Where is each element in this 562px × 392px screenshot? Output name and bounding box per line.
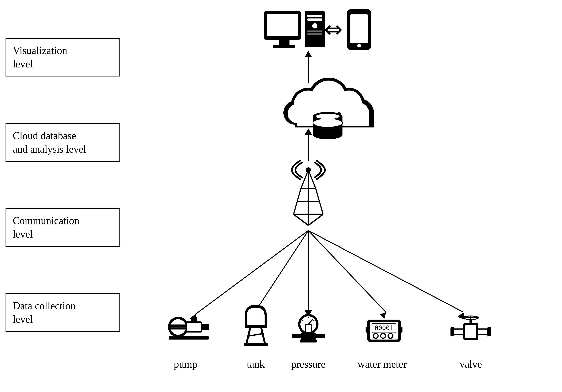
svg-line-19 <box>316 189 319 201</box>
tank-label: tank <box>247 358 265 370</box>
db-mid-ellipse <box>313 119 342 127</box>
pressure-valve-body <box>301 333 316 340</box>
water-meter-icon: 00001 <box>365 320 402 342</box>
svg-rect-32 <box>202 324 209 330</box>
monitor-screen <box>267 14 298 36</box>
monitor-stand-base <box>273 45 295 48</box>
svg-line-23 <box>308 214 323 225</box>
tower-circle <box>312 23 317 28</box>
valve-flange-left <box>450 327 454 336</box>
db-top-inner <box>316 114 340 119</box>
data-collection-level-box: Data collectionlevel <box>6 293 120 332</box>
tank-brace <box>247 333 264 336</box>
tank-cylinder-inner <box>247 315 265 325</box>
arrow-tank <box>255 231 308 312</box>
tank-icon <box>244 305 268 346</box>
tower-slot2 <box>307 18 322 21</box>
pressure-base <box>300 340 317 343</box>
pump-icon <box>168 317 209 340</box>
meter-dial3-inner <box>389 334 392 338</box>
meter-display-text: 00001 <box>375 324 393 332</box>
arrow-valve <box>308 231 463 312</box>
svg-line-16 <box>301 170 308 189</box>
svg-line-20 <box>293 201 297 214</box>
arrowhead-water-meter <box>379 310 388 319</box>
water-meter-label: water meter <box>358 358 407 370</box>
tower-slot4 <box>307 34 322 35</box>
pressure-pipe-right <box>315 334 325 338</box>
monitor-stand-neck <box>279 40 290 45</box>
svg-line-21 <box>319 201 323 214</box>
meter-pipe-right <box>400 327 402 333</box>
svg-rect-33 <box>169 336 209 340</box>
phone-button <box>357 44 361 48</box>
pressure-pipe-left <box>292 334 301 338</box>
svg-line-18 <box>297 189 301 201</box>
communication-level-box: Communicationlevel <box>6 208 120 247</box>
tank-leg-right <box>261 328 265 344</box>
arrow-pump <box>196 231 308 314</box>
valve-body-inner <box>465 325 476 338</box>
valve-label: valve <box>459 358 482 370</box>
cloud-level-box: Cloud databaseand analysis level <box>6 123 120 162</box>
pressure-label: pressure <box>291 358 326 370</box>
svg-rect-31 <box>191 317 197 322</box>
cloud-icon <box>283 78 374 139</box>
double-arrow-icon: ⇔ <box>324 17 343 42</box>
meter-dial1-inner <box>374 334 377 338</box>
svg-line-17 <box>308 170 316 189</box>
valve-flange-right <box>487 327 491 336</box>
tower-slot1 <box>307 15 322 17</box>
meter-dial2-inner <box>381 334 385 338</box>
tower-slot3 <box>307 30 322 32</box>
antenna-icon <box>292 161 325 225</box>
svg-line-22 <box>293 214 308 225</box>
pressure-actuator-inner <box>306 325 311 332</box>
arrow-water-meter <box>308 231 386 312</box>
pump-label: pump <box>174 358 197 370</box>
tank-base <box>244 343 268 346</box>
phone-screen <box>351 14 368 43</box>
pressure-icon <box>292 314 325 343</box>
level-labels: Visualizationlevel Cloud databaseand ana… <box>6 0 131 392</box>
arrowhead-up-to-devices <box>305 51 312 57</box>
main-diagram: ⇔ <box>139 0 562 392</box>
visualization-level-box: Visualizationlevel <box>6 38 120 76</box>
page-container: Visualizationlevel Cloud databaseand ana… <box>0 0 562 392</box>
db-bottom-ellipse <box>313 131 342 139</box>
valve-icon <box>450 316 491 340</box>
arrowhead-up-to-cloud <box>305 128 312 135</box>
svg-rect-30 <box>187 323 201 331</box>
meter-pipe-left <box>365 327 368 333</box>
